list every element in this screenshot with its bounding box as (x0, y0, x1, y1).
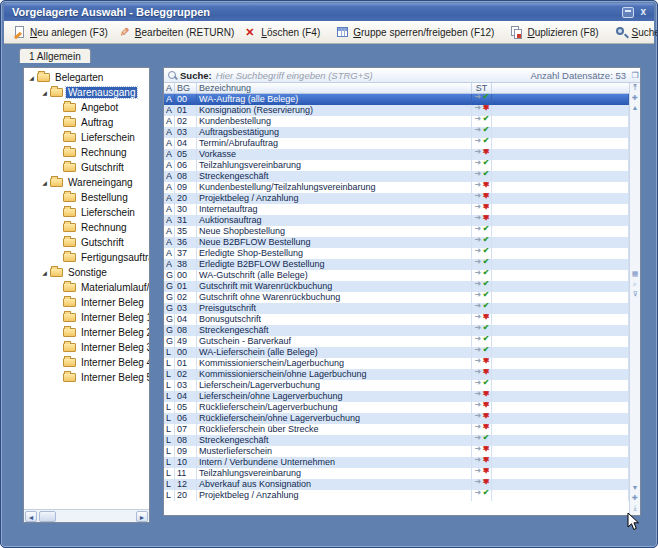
tree-item-interner-beleg-4-pps-[interactable]: Interner Beleg 4 (PPS) (24, 355, 149, 370)
table-row[interactable]: A03Auftragsbestätigung (164, 127, 629, 138)
tree-horizontal-scrollbar[interactable]: ◄ ► (24, 509, 149, 522)
tree-expander-icon[interactable]: ◢ (40, 269, 49, 276)
table-row[interactable]: L01Kommissionierschein/Lagerbuchung (164, 358, 629, 369)
folder-icon (63, 208, 76, 217)
column-header-bg[interactable]: BG (175, 83, 197, 93)
duplicate-button[interactable]: Duplizieren (F8) (505, 24, 603, 41)
tree-item-gutschrift[interactable]: Gutschrift (24, 160, 149, 175)
table-row[interactable]: L12Abverkauf aus Konsignation (164, 479, 629, 490)
tree-item-lieferschein[interactable]: Lieferschein (24, 205, 149, 220)
cell-status (472, 116, 492, 127)
cell-filler (492, 435, 629, 446)
table-row[interactable]: G49Gutschein - Barverkauf (164, 336, 629, 347)
tree-item-label: Interner Beleg 2 (PPS) (79, 327, 149, 338)
quick-search-icon[interactable]: ⌕ (630, 279, 640, 289)
table-row[interactable]: L05Rücklieferschein/Lagerverbuchung (164, 402, 629, 413)
table-row[interactable]: L10Intern / Verbundene Unternehmen (164, 457, 629, 468)
tree-item-rechnung[interactable]: Rechnung (24, 220, 149, 235)
close-icon[interactable]: x (640, 7, 646, 17)
table-row[interactable]: A37Erledigte Shop-Bestellung (164, 248, 629, 259)
table-row[interactable]: L11Teilzahlungsvereinbarung (164, 468, 629, 479)
delete-button[interactable]: Löschen (F4) (239, 24, 325, 41)
scroll-left-icon[interactable]: ◄ (25, 511, 37, 522)
table-row[interactable]: L02Kommissionierschein/ohne Lagerbuchung (164, 369, 629, 380)
scroll-up-icon[interactable]: ▲ (630, 103, 640, 113)
column-header-a[interactable]: A (164, 83, 175, 93)
tree-item-wareneingang[interactable]: ◢Wareneingang (24, 175, 149, 190)
table-row[interactable]: G08Streckengeschäft (164, 325, 629, 336)
edit-button[interactable]: Bearbeiten (RETURN) (113, 24, 239, 41)
table-row[interactable]: A09Kundenbestellung/Teilzahlungsvereinba… (164, 182, 629, 193)
scroll-right-icon[interactable]: ► (136, 511, 148, 522)
table-row[interactable]: L09Musterlieferschein (164, 446, 629, 457)
grid-view-icon[interactable]: ▦ (630, 269, 640, 279)
table-row[interactable]: G02Gutschrift ohne Warenrückbuchung (164, 292, 629, 303)
tree-item-fertigungsauftrag-pps-[interactable]: Fertigungsauftrag (PPS) (24, 250, 149, 265)
table-row[interactable]: L06Rücklieferschein/ohne Lagerverbuchung (164, 413, 629, 424)
cell-status (472, 457, 492, 468)
table-row[interactable]: A08Streckengeschäft (164, 171, 629, 182)
tree-item-angebot[interactable]: Angebot (24, 100, 149, 115)
table-row[interactable]: L03Lieferschein/Lagerverbuchung (164, 380, 629, 391)
table-row[interactable]: A00WA-Auftrag (alle Belege) (164, 94, 629, 105)
column-chooser-icon[interactable]: ❐ (630, 71, 640, 80)
scrollbar-thumb[interactable] (39, 511, 56, 522)
tree-expander-icon[interactable]: ◢ (40, 89, 49, 96)
tree-item-interner-beleg-2-pps-[interactable]: Interner Beleg 2 (PPS) (24, 325, 149, 340)
folder-icon (50, 178, 63, 187)
scroll-down-icon[interactable]: ▼ (630, 483, 640, 493)
tree-item-interner-beleg-3-pps-[interactable]: Interner Beleg 3 (PPS) (24, 340, 149, 355)
tree-item-belegarten[interactable]: ◢Belegarten (24, 70, 149, 85)
table-row[interactable]: G00WA-Gutschrift (alle Belege) (164, 270, 629, 281)
table-row[interactable]: A31Auktionsauftrag (164, 215, 629, 226)
lockgroup-button[interactable]: Gruppe sperren/freigeben (F12) (331, 24, 499, 41)
tab-allgemein[interactable]: 1 Allgemein (19, 48, 91, 63)
table-row[interactable]: L20Projektbeleg / Anzahlung (164, 490, 629, 501)
column-header-bezeichnung[interactable]: Bezeichnung (197, 83, 472, 93)
table-row[interactable]: L00WA-Lieferschein (alle Belege) (164, 347, 629, 358)
add-record-icon[interactable]: ✚ (630, 493, 640, 503)
tree-item-sonstige[interactable]: ◢Sonstige (24, 265, 149, 280)
restore-window-icon[interactable] (622, 7, 634, 18)
search-button[interactable]: Suchen (STRG+S) (610, 24, 658, 41)
table-row[interactable]: L07Rücklieferschein über Strecke (164, 424, 629, 435)
table-row[interactable]: A02Kundenbestellung (164, 116, 629, 127)
table-row[interactable]: G04Bonusgutschrift (164, 314, 629, 325)
new-button[interactable]: Neu anlegen (F3) (8, 24, 113, 41)
tree-item-label: Interner Beleg 4 (PPS) (79, 357, 149, 368)
grid-vertical-scrollbar[interactable]: ❐ ⤒✚▲ ▦⌕⊽ ▼✚⤓ (629, 83, 640, 515)
tree-item-gutschrift[interactable]: Gutschrift (24, 235, 149, 250)
tree-item-interner-beleg-1-pps-[interactable]: Interner Beleg 1 (PPS) (24, 310, 149, 325)
search-input[interactable]: Hier Suchbegriff eingeben (STRG+S) (216, 70, 531, 81)
tree-item-interner-beleg[interactable]: Interner Beleg (24, 295, 149, 310)
table-row[interactable]: G03Preisgutschrift (164, 303, 629, 314)
tree-item-materialumlauf-reparatur[interactable]: Materialumlauf/Reparatur (24, 280, 149, 295)
table-row[interactable]: A20Projektbeleg / Anzahlung (164, 193, 629, 204)
tree-item-bestellung[interactable]: Bestellung (24, 190, 149, 205)
scroll-to-top-icon[interactable]: ⤒ (630, 83, 640, 93)
table-row[interactable]: A04Termin/Abrufauftrag (164, 138, 629, 149)
table-row[interactable]: A05Vorkasse (164, 149, 629, 160)
table-row[interactable]: L08Streckengeschäft (164, 435, 629, 446)
grid-search-bar[interactable]: Suche: Hier Suchbegriff eingeben (STRG+S… (164, 68, 640, 83)
table-row[interactable]: A01Konsignation (Reservierung) (164, 105, 629, 116)
table-row[interactable]: A35Neue Shopbestellung (164, 226, 629, 237)
tree-expander-icon[interactable]: ◢ (27, 74, 36, 81)
tree-item-label: Angebot (79, 102, 120, 113)
folder-icon (63, 163, 76, 172)
table-row[interactable]: A36Neue B2BFLOW Bestellung (164, 237, 629, 248)
tree-item-warenausgang[interactable]: ◢Warenausgang (24, 85, 149, 100)
tree-item-auftrag[interactable]: Auftrag (24, 115, 149, 130)
tree-item-interner-beleg-5-pps-[interactable]: Interner Beleg 5 (PPS) (24, 370, 149, 385)
tree-item-lieferschein[interactable]: Lieferschein (24, 130, 149, 145)
table-row[interactable]: A30Internetauftrag (164, 204, 629, 215)
table-row[interactable]: L04Lieferschein/ohne Lagerverbuchung (164, 391, 629, 402)
column-header-st[interactable]: ST (472, 83, 492, 93)
table-row[interactable]: A06Teilzahlungsvereinbarung (164, 160, 629, 171)
tree-item-rechnung[interactable]: Rechnung (24, 145, 149, 160)
filter-icon[interactable]: ⊽ (630, 289, 640, 299)
add-record-icon[interactable]: ✚ (630, 93, 640, 103)
table-row[interactable]: A38Erledigte B2BFLOW Bestellung (164, 259, 629, 270)
table-row[interactable]: G01Gutschrift mit Warenrückbuchung (164, 281, 629, 292)
tree-expander-icon[interactable]: ◢ (40, 179, 49, 186)
